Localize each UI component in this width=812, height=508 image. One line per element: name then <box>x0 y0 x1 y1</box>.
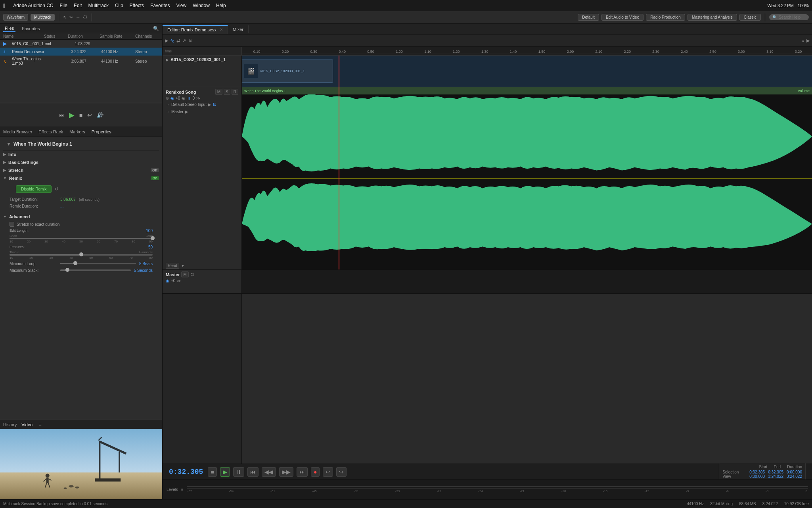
tp-back-btn[interactable]: ◀◀ <box>262 467 276 477</box>
track-s-btn[interactable]: S <box>224 89 230 95</box>
prop-section-stretch[interactable]: ▶ Stretch Off <box>3 166 159 174</box>
target-duration-note: (±5 seconds) <box>79 198 100 202</box>
toolbar-icon-move[interactable]: ↔ <box>76 15 80 20</box>
track-ctrl-io[interactable]: ⇄ <box>176 38 180 43</box>
menu-file[interactable]: File <box>60 3 67 8</box>
track-input-expand[interactable]: ▶ <box>208 102 211 107</box>
track-ctrl-send[interactable]: ↗ <box>182 38 186 43</box>
video-clip[interactable]: 🎬 A015_C0S2_102933_001_1 <box>242 60 333 83</box>
waveform-mode-btn[interactable]: Waveform <box>3 14 28 21</box>
menu-audition[interactable]: Adobe Audition CC <box>13 3 53 8</box>
menu-edit[interactable]: Edit <box>74 3 82 8</box>
tab-properties[interactable]: Properties <box>92 129 111 134</box>
menu-window[interactable]: Window <box>193 3 210 8</box>
edit-length-slider[interactable] <box>10 238 153 239</box>
stretch-exact-row[interactable]: Stretch to exact duration <box>3 221 159 228</box>
preview-play-btn[interactable]: ▶ <box>69 111 75 119</box>
prop-section-advanced[interactable]: ▼ Advanced <box>3 213 159 221</box>
preview-volume-btn[interactable]: 🔊 <box>97 112 103 118</box>
prop-arrow: ▼ <box>6 141 11 147</box>
tp-pause-btn[interactable]: ⏸ <box>233 467 244 477</box>
track-ctrl-fx[interactable]: fx <box>170 38 174 43</box>
track-read-btn[interactable]: Read <box>166 263 179 269</box>
multitrack-mode-btn[interactable]: Multitrack <box>31 14 55 21</box>
track-auto-down-icon[interactable]: ▼ <box>181 264 185 268</box>
track-ctrl-arrow[interactable]: ▶ <box>165 38 168 43</box>
remix-reset-btn[interactable]: ↺ <box>55 187 58 192</box>
master-m-btn[interactable]: M <box>181 271 188 277</box>
stretch-exact-checkbox[interactable] <box>10 222 14 227</box>
min-loop-slider[interactable] <box>60 263 136 264</box>
track-m-btn[interactable]: M <box>215 89 222 95</box>
max-slack-slider[interactable] <box>60 269 131 271</box>
video-panel: History Video ≡ <box>0 420 162 499</box>
tab-video[interactable]: Video <box>21 422 33 427</box>
track-power-icon[interactable]: ⊙ <box>166 96 169 100</box>
tp-end-btn[interactable]: ⏭ <box>297 467 308 477</box>
search-box[interactable]: 🔍 Search Help <box>769 14 809 20</box>
preview-loop-btn[interactable]: ↩ <box>87 112 92 118</box>
workspace-mastering-btn[interactable]: Mastering and Analysis <box>688 14 737 21</box>
master-chain-icon[interactable]: ⛓ <box>190 272 194 277</box>
disable-remix-btn[interactable]: Disable Remix <box>16 185 52 193</box>
toolbar-icon-time[interactable]: ⏱ <box>83 15 88 20</box>
workspace-radio-btn[interactable]: Radio Production <box>646 14 685 21</box>
file-row-2[interactable]: ♫ When Th...egins 1.mp3 3:06.807 44100 H… <box>0 56 162 67</box>
track-ctrl-more[interactable]: » <box>802 38 804 43</box>
file-row-0[interactable]: ▶ A015_C0__001_1.mxf 1:03.229 <box>0 40 162 48</box>
tp-stop-btn[interactable]: ■ <box>208 467 216 477</box>
preview-stop-btn[interactable]: ■ <box>79 112 82 118</box>
tp-loop-btn[interactable]: ↩ <box>323 467 333 477</box>
prop-section-remix[interactable]: ▼ Remix On <box>3 174 159 182</box>
menu-effects[interactable]: Effects <box>130 3 144 8</box>
master-eq-icon[interactable]: ≫ <box>177 279 181 283</box>
track-pan-icon[interactable]: ◉ <box>182 96 185 100</box>
tp-play-btn[interactable]: ▶ <box>220 467 230 477</box>
tab-media-browser[interactable]: Media Browser <box>3 129 32 134</box>
preview-rewind-btn[interactable]: ⏮ <box>59 112 64 118</box>
track-r-btn[interactable]: R <box>232 89 238 95</box>
track-route-expand[interactable]: ▶ <box>185 110 188 114</box>
video-expand-icon[interactable]: ▶ <box>166 58 169 62</box>
tab-effects-rack[interactable]: Effects Rack <box>38 129 63 134</box>
workspace-classic-btn[interactable]: Classic <box>739 14 761 21</box>
tp-rewind-btn[interactable]: ⏮ <box>247 467 259 477</box>
track-gain-knob[interactable]: ◉ <box>170 96 174 100</box>
tab-history[interactable]: History <box>3 422 17 427</box>
track-mute-icon[interactable]: ⏸ <box>187 96 191 100</box>
tp-skip-btn[interactable]: ↪ <box>336 467 347 477</box>
tp-record-btn[interactable]: ● <box>311 467 320 477</box>
levels-menu-icon[interactable]: ≡ <box>181 487 184 492</box>
master-knob[interactable]: ◉ <box>166 279 169 283</box>
video-menu-icon[interactable]: ≡ <box>39 422 41 427</box>
tp-forward-btn[interactable]: ▶▶ <box>279 467 293 477</box>
tab-markers[interactable]: Markers <box>69 129 85 134</box>
tab-files[interactable]: Files <box>3 25 15 32</box>
tab-editor-remix[interactable]: Editor: Remix Demo.sesx ✕ <box>163 25 228 34</box>
ruler-spacer: hms <box>163 47 242 55</box>
svg-rect-8 <box>46 477 49 483</box>
features-slider[interactable] <box>10 254 153 256</box>
apple-logo[interactable]:  <box>3 2 5 9</box>
file-row-1[interactable]: ♪ Remix Demo.sesx 3:24.022 44100 Hz Ster… <box>0 48 162 56</box>
toolbar-icon-select[interactable]: ↖ <box>63 15 67 20</box>
prop-section-info[interactable]: ▶ Info <box>3 150 159 158</box>
toolbar-icon-razor[interactable]: ✂ <box>69 15 73 20</box>
track-input-fx-icon[interactable]: fx <box>213 102 216 107</box>
menu-favorites[interactable]: Favorites <box>150 3 170 8</box>
tab-mixer[interactable]: Mixer <box>228 25 249 33</box>
workspace-edit-btn[interactable]: Edit Audio to Video <box>601 14 643 21</box>
menu-view[interactable]: View <box>176 3 186 8</box>
svg-rect-2 <box>99 441 100 481</box>
menu-help[interactable]: Help <box>216 3 226 8</box>
tab-close-icon[interactable]: ✕ <box>220 27 223 32</box>
search-icon-files[interactable]: 🔍 <box>153 26 159 31</box>
menu-multitrack[interactable]: Multitrack <box>88 3 109 8</box>
menu-clip[interactable]: Clip <box>115 3 123 8</box>
tab-favorites[interactable]: Favorites <box>20 25 41 32</box>
prop-section-basic[interactable]: ▶ Basic Settings <box>3 158 159 166</box>
track-ctrl-eq[interactable]: ≋ <box>188 38 192 43</box>
track-more-icon[interactable]: ≫ <box>196 96 200 100</box>
track-scroll-right-icon[interactable]: ▶ <box>806 38 810 43</box>
workspace-default-btn[interactable]: Default <box>578 14 599 21</box>
